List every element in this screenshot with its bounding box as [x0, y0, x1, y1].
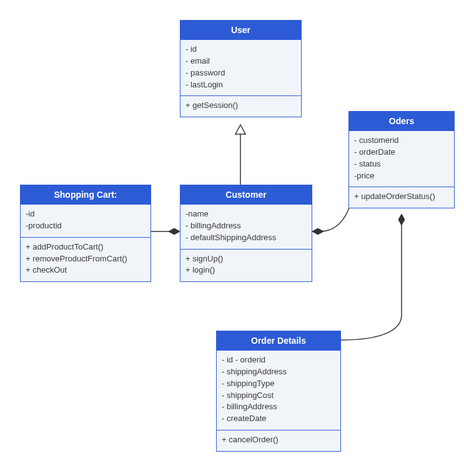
class-orders-methods: + updateOrderStatus(): [349, 187, 454, 208]
attr: - status: [354, 158, 449, 170]
method: + cancelOrder(): [222, 434, 335, 446]
method: + addProductToCart(): [26, 241, 146, 253]
attr: - email: [185, 56, 296, 67]
attr: -productid: [26, 220, 146, 232]
method: + updateOrderStatus(): [354, 191, 449, 203]
class-shopping-cart-methods: + addProductToCart() + removeProductFrom…: [21, 237, 151, 282]
class-customer-title: Customer: [180, 185, 312, 204]
attr: - orderDate: [354, 147, 449, 158]
attr: - shippingCost: [222, 390, 335, 402]
attr: -name: [185, 208, 307, 220]
attr: - billingAddress: [185, 220, 307, 232]
rel-orders-orderdetails: [341, 214, 405, 340]
class-orders-attrs: - customerid - orderDate - status -price: [349, 130, 454, 187]
attr: -id: [26, 208, 146, 220]
class-customer-attrs: -name - billingAddress - defaultShipping…: [180, 204, 312, 249]
attr: - lastLogin: [185, 79, 296, 91]
class-shopping-cart: Shopping Cart: -id -productid + addProdu…: [20, 185, 151, 282]
class-user-attrs: - id - email - password - lastLogin: [180, 39, 301, 95]
attr: - customerid: [354, 135, 449, 147]
rel-customer-shoppingcart: [151, 228, 180, 235]
method: + signUp(): [185, 253, 307, 265]
class-orders: Oders - customerid - orderDate - status …: [348, 111, 455, 208]
attr: - shippingAddress: [222, 366, 335, 378]
method: + removeProductFromCart(): [26, 253, 146, 265]
attr: - shippingType: [222, 378, 335, 390]
class-order-details-attrs: - id - orderid - shippingAddress - shipp…: [217, 350, 340, 430]
class-order-details-title: Order Details: [217, 331, 340, 350]
class-user-methods: + getSession(): [180, 95, 301, 117]
method: + checkOut: [26, 265, 146, 276]
attr: -price: [354, 170, 449, 182]
class-shopping-cart-attrs: -id -productid: [21, 204, 151, 237]
class-user: User - id - email - password - lastLogin…: [180, 20, 302, 117]
rel-customer-user: [235, 125, 245, 185]
attr: - billingAddress: [222, 401, 335, 413]
class-user-title: User: [180, 21, 301, 39]
class-customer-methods: + signUp() + login(): [180, 249, 312, 282]
attr: - id - orderid: [222, 354, 335, 366]
class-shopping-cart-title: Shopping Cart:: [21, 185, 151, 204]
class-order-details-methods: + cancelOrder(): [217, 430, 340, 451]
class-order-details: Order Details - id - orderid - shippingA…: [216, 331, 341, 452]
method: + login(): [185, 265, 307, 276]
attr: - createDate: [222, 413, 335, 425]
attr: - defaultShippingAddress: [185, 232, 307, 244]
class-customer: Customer -name - billingAddress - defaul…: [180, 185, 312, 282]
attr: - password: [185, 67, 296, 79]
attr: - id: [185, 44, 296, 56]
method: + getSession(): [185, 100, 296, 112]
class-orders-title: Oders: [349, 112, 454, 130]
